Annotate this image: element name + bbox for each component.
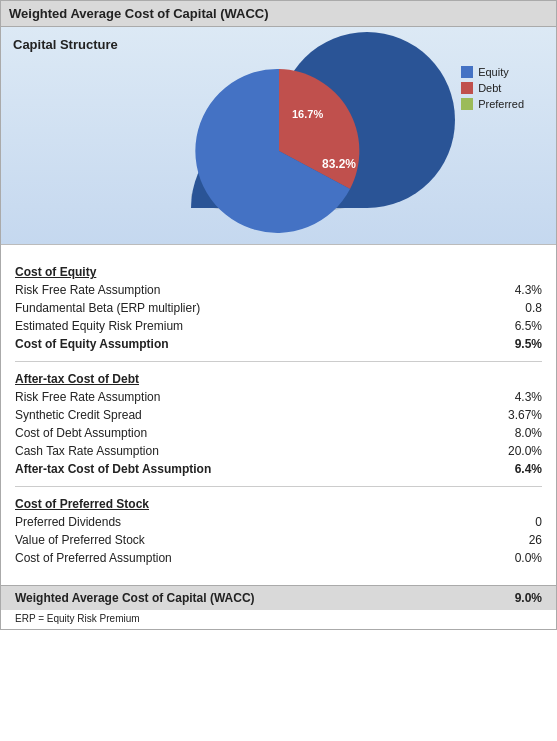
row-value: 6.5% [492,319,542,333]
legend-preferred: Preferred [461,98,524,110]
row-label: Value of Preferred Stock [15,533,492,547]
equity-label-text: Equity [478,66,509,78]
row-label: Cost of Equity Assumption [15,337,492,351]
preferred-color [461,98,473,110]
row-value: 20.0% [492,444,542,458]
cost-of-preferred-stock-header: Cost of Preferred Stock [15,497,542,511]
equity-label: 83.2% [322,157,356,171]
table-row: Risk Free Rate Assumption 4.3% [15,388,542,406]
table-row: Value of Preferred Stock 26 [15,531,542,549]
row-value: 9.5% [492,337,542,351]
table-row: Estimated Equity Risk Premium 6.5% [15,317,542,335]
row-value: 0.8 [492,301,542,315]
cost-of-equity-header: Cost of Equity [15,265,542,279]
chart-section: Capital Structure [1,27,556,245]
chart-section-title: Capital Structure [13,37,544,52]
debt-color [461,82,473,94]
table-row-bold: Cost of Equity Assumption 9.5% [15,335,542,353]
row-value: 8.0% [492,426,542,440]
wacc-row: Weighted Average Cost of Capital (WACC) … [15,591,542,605]
table-row: Cost of Debt Assumption 8.0% [15,424,542,442]
legend-debt: Debt [461,82,524,94]
table-row: Fundamental Beta (ERP multiplier) 0.8 [15,299,542,317]
pie-chart: 83.2% 16.7% [174,66,384,226]
row-label: Fundamental Beta (ERP multiplier) [15,301,492,315]
chart-legend: Equity Debt Preferred [461,66,524,110]
wacc-label: Weighted Average Cost of Capital (WACC) [15,591,255,605]
page-title: Weighted Average Cost of Capital (WACC) [1,1,556,27]
row-value: 6.4% [492,462,542,476]
content-section: Cost of Equity Risk Free Rate Assumption… [1,245,556,575]
after-tax-cost-of-debt-header: After-tax Cost of Debt [15,372,542,386]
equity-color [461,66,473,78]
section-divider [15,486,542,487]
row-label: Cost of Debt Assumption [15,426,492,440]
debt-label: 16.7% [292,108,323,120]
row-label: Estimated Equity Risk Premium [15,319,492,333]
row-label: Risk Free Rate Assumption [15,390,492,404]
after-tax-cost-of-debt-rows: Risk Free Rate Assumption 4.3% Synthetic… [15,388,542,478]
erp-note: ERP = Equity Risk Premium [1,610,556,629]
preferred-label-text: Preferred [478,98,524,110]
row-value: 4.3% [492,283,542,297]
row-value: 3.67% [492,408,542,422]
table-row: Cost of Preferred Assumption 0.0% [15,549,542,567]
debt-label-text: Debt [478,82,501,94]
wacc-footer: Weighted Average Cost of Capital (WACC) … [1,585,556,610]
row-value: 26 [492,533,542,547]
row-label: Risk Free Rate Assumption [15,283,492,297]
table-row: Cash Tax Rate Assumption 20.0% [15,442,542,460]
table-row-bold: After-tax Cost of Debt Assumption 6.4% [15,460,542,478]
row-label: Cash Tax Rate Assumption [15,444,492,458]
row-label: Preferred Dividends [15,515,492,529]
row-value: 0.0% [492,551,542,565]
row-value: 0 [492,515,542,529]
wacc-value: 9.0% [515,591,542,605]
table-row: Synthetic Credit Spread 3.67% [15,406,542,424]
row-label: After-tax Cost of Debt Assumption [15,462,492,476]
row-value: 4.3% [492,390,542,404]
row-label: Synthetic Credit Spread [15,408,492,422]
row-label: Cost of Preferred Assumption [15,551,492,565]
chart-area: 83.2% 16.7% Equity Debt Preferred [13,56,544,236]
cost-of-preferred-stock-rows: Preferred Dividends 0 Value of Preferred… [15,513,542,567]
legend-equity: Equity [461,66,524,78]
table-row: Risk Free Rate Assumption 4.3% [15,281,542,299]
page-wrapper: Weighted Average Cost of Capital (WACC) … [0,0,557,630]
section-divider [15,361,542,362]
cost-of-equity-rows: Risk Free Rate Assumption 4.3% Fundament… [15,281,542,353]
table-row: Preferred Dividends 0 [15,513,542,531]
